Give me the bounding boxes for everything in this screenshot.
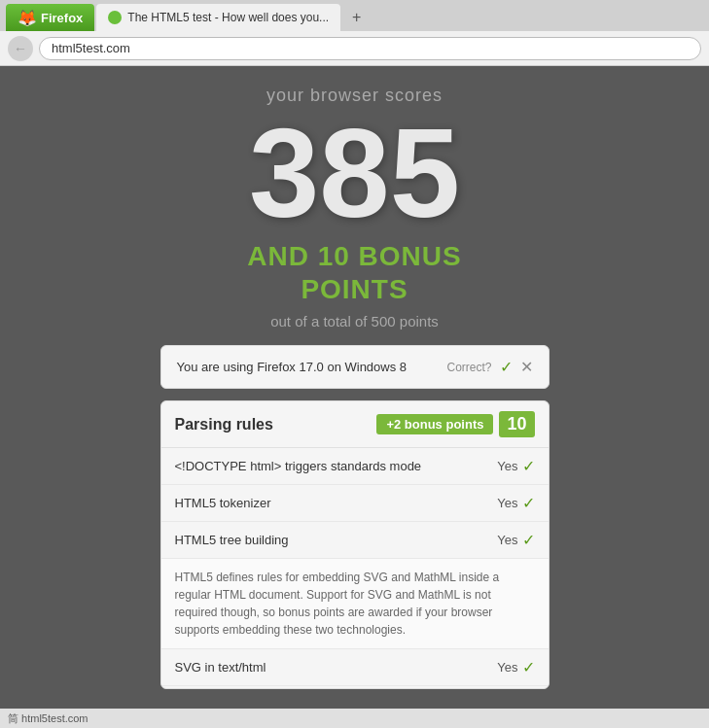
active-tab[interactable]: The HTML5 test - How well does you... xyxy=(96,4,340,31)
out-of-text: out of a total of 500 points xyxy=(151,313,559,329)
rule-check-icon: ✓ xyxy=(522,457,535,475)
tab-bar: 🦊 Firefox The HTML5 test - How well does… xyxy=(0,0,709,31)
navigation-bar: ← html5test.com xyxy=(0,31,709,66)
bonus-text: AND 10 BONUS POINTS xyxy=(151,240,559,305)
address-bar[interactable]: html5test.com xyxy=(39,37,701,60)
rules-score-badge: 10 xyxy=(499,411,534,437)
score-section: your browser scores 385 AND 10 BONUS POI… xyxy=(151,86,559,345)
rules-title: Parsing rules xyxy=(175,416,273,433)
rule-row: HTML5 tree building Yes ✓ xyxy=(161,522,549,559)
rule-result: Yes ✓ xyxy=(486,658,535,676)
back-button[interactable]: ← xyxy=(8,36,33,61)
back-arrow-icon: ← xyxy=(14,41,27,56)
rule-result: Yes ✓ xyxy=(486,494,535,512)
correct-label: Correct? xyxy=(446,361,491,374)
browser-chrome: 🦊 Firefox The HTML5 test - How well does… xyxy=(0,0,709,66)
tab-title: The HTML5 test - How well does you... xyxy=(127,11,329,24)
main-score: 385 xyxy=(151,110,559,236)
rule-yes-text: Yes xyxy=(497,496,517,510)
rule-label: HTML5 tree building xyxy=(175,533,289,547)
rules-description: HTML5 defines rules for embedding SVG an… xyxy=(161,559,549,649)
rule-row: HTML5 tokenizer Yes ✓ xyxy=(161,485,549,522)
firefox-menu-button[interactable]: 🦊 Firefox xyxy=(6,4,94,31)
firefox-icon: 🦊 xyxy=(18,9,37,27)
rule-label: HTML5 tokenizer xyxy=(175,496,271,510)
parsing-rules-section: Parsing rules +2 bonus points 10 <!DOCTY… xyxy=(160,400,549,689)
rule-check-icon: ✓ xyxy=(522,494,535,512)
rule-label: <!DOCTYPE html> triggers standards mode xyxy=(175,459,422,473)
rule-row: <!DOCTYPE html> triggers standards mode … xyxy=(161,448,549,485)
browser-info-text: You are using Firefox 17.0 on Windows 8 xyxy=(177,360,408,374)
bonus-line2: POINTS xyxy=(301,274,408,304)
url-text: html5test.com xyxy=(52,41,130,55)
rule-label: SVG in text/html xyxy=(175,660,266,675)
rules-score-area: +2 bonus points 10 xyxy=(376,411,534,437)
bonus-line1: AND 10 BONUS xyxy=(247,241,461,271)
page-content: your browser scores 385 AND 10 BONUS POI… xyxy=(0,66,709,728)
incorrect-x-icon[interactable]: ✕ xyxy=(520,358,533,376)
rule-yes-text: Yes xyxy=(497,660,517,675)
rule-row: SVG in text/html Yes ✓ xyxy=(161,649,549,686)
status-bar: 筒 html5test.com xyxy=(0,709,709,728)
rule-result: Yes ✓ xyxy=(486,457,535,475)
browser-info-card: You are using Firefox 17.0 on Windows 8 … xyxy=(160,345,549,389)
plus-icon: + xyxy=(352,9,361,26)
tab-loading-indicator xyxy=(108,11,122,24)
rule-check-icon: ✓ xyxy=(522,531,535,549)
browser-card-actions: Correct? ✓ ✕ xyxy=(446,358,532,376)
rules-header: Parsing rules +2 bonus points 10 xyxy=(161,401,549,448)
correct-check-icon[interactable]: ✓ xyxy=(500,358,513,376)
rule-yes-text: Yes xyxy=(497,533,517,547)
firefox-label: Firefox xyxy=(41,11,83,25)
status-text: 筒 html5test.com xyxy=(8,711,89,726)
new-tab-button[interactable]: + xyxy=(342,4,371,31)
rule-row: MathML in text/html Yes ✓ xyxy=(161,686,549,689)
rule-check-icon: ✓ xyxy=(522,658,535,676)
rule-result: Yes ✓ xyxy=(486,531,535,549)
rule-yes-text: Yes xyxy=(497,459,517,473)
bonus-badge: +2 bonus points xyxy=(376,414,493,434)
